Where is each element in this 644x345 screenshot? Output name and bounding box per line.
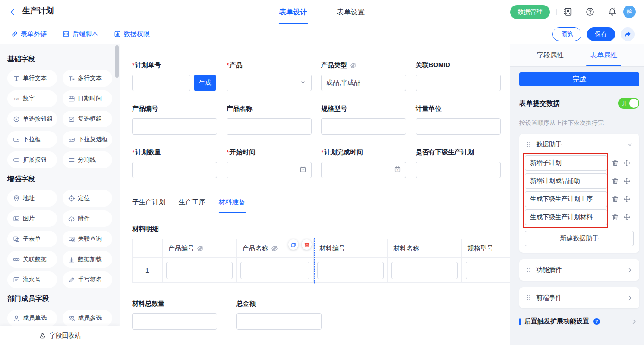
field-date-input[interactable]: 7 — [321, 162, 406, 178]
header-tab-0[interactable]: 表单设计 — [279, 0, 307, 24]
data-assistant-item-button[interactable]: 生成下级生产计划材料 — [525, 209, 607, 225]
field-select[interactable] — [227, 75, 312, 91]
form-field-2[interactable]: 产品类型成品,半成品 — [321, 61, 416, 91]
page-title[interactable]: 生产计划 — [21, 5, 55, 19]
toolbar-link-0[interactable]: 表单外链 — [11, 30, 47, 38]
field-input[interactable] — [416, 162, 501, 178]
drag-handle-icon[interactable] — [525, 141, 532, 148]
field-pill[interactable]: 单选按钮组 — [7, 111, 57, 127]
field-recycle-bin[interactable]: 字段回收站 — [0, 326, 120, 345]
field-input[interactable] — [132, 162, 217, 178]
field-pill[interactable]: 日期时间 — [63, 90, 112, 107]
header-tab-1[interactable]: 表单设置 — [337, 0, 365, 24]
field-input[interactable]: 成品,半成品 — [321, 75, 406, 91]
table-column-header[interactable]: 产品编号 — [163, 239, 237, 258]
properties-tab-0[interactable]: 字段属性 — [537, 44, 564, 66]
field-input[interactable] — [132, 75, 190, 91]
field-pill[interactable]: 子表单 — [7, 231, 57, 247]
field-pill[interactable]: 附件 — [63, 210, 112, 227]
toolbar-link-1[interactable]: 后端脚本 — [63, 30, 98, 38]
subform-tab-0[interactable]: 子生产计划 — [132, 198, 166, 213]
field-pill[interactable]: 图片 — [7, 210, 57, 227]
field-input[interactable] — [416, 118, 501, 135]
trash-icon[interactable] — [612, 177, 619, 185]
copy-column-button[interactable] — [288, 239, 298, 250]
cell-input[interactable] — [240, 262, 309, 279]
form-field-11[interactable]: 是否有下级生产计划 — [416, 148, 510, 178]
form-field-1[interactable]: *产品 — [227, 61, 321, 91]
section-header[interactable]: 前端事件 — [519, 287, 639, 308]
field-pill[interactable]: 下拉框 — [7, 131, 57, 148]
field-pill[interactable]: 关联查询 — [63, 231, 112, 247]
drag-dots-icon[interactable] — [525, 267, 532, 273]
field-pill[interactable]: 数据加载 — [63, 251, 112, 268]
help-icon[interactable] — [586, 7, 594, 16]
data-assistant-item-button[interactable]: 新增子计划 — [525, 155, 607, 171]
chevron-down-icon[interactable] — [626, 141, 633, 148]
data-assistant-item-button[interactable]: 生成下级生产计划工序 — [525, 191, 607, 207]
field-input[interactable] — [132, 313, 217, 330]
field-pill[interactable]: 关联数据 — [7, 251, 57, 268]
chevron-right-icon[interactable] — [631, 318, 638, 325]
properties-tab-1[interactable]: 表单属性 — [590, 44, 617, 66]
trash-icon[interactable] — [612, 159, 619, 167]
field-input[interactable] — [416, 75, 501, 91]
field-pill[interactable]: 单行文本 — [7, 70, 57, 87]
summary-field[interactable]: 总金额 — [236, 300, 331, 330]
save-button[interactable]: 保存 — [587, 27, 615, 41]
table-column-header[interactable]: 材料编号 — [314, 239, 388, 258]
address-book-icon[interactable] — [563, 7, 572, 16]
field-input[interactable] — [132, 118, 217, 135]
field-pill[interactable]: 手写签名 — [63, 271, 112, 288]
notification-bell-icon[interactable] — [608, 7, 617, 16]
field-date-input[interactable]: 7 — [227, 162, 312, 178]
form-field-10[interactable]: *计划完成时间7 — [321, 148, 416, 178]
field-input[interactable] — [236, 313, 322, 330]
trash-icon[interactable] — [612, 213, 619, 221]
data-manage-button[interactable]: 数据管理 — [510, 5, 550, 19]
table-column-header[interactable]: 材料名称 — [388, 239, 462, 258]
field-input[interactable] — [321, 118, 406, 135]
field-pill[interactable]: 多行文本 — [63, 70, 112, 87]
new-data-assistant-button[interactable]: 新建数据助手 — [525, 231, 634, 246]
toolbar-link-2[interactable]: 数据权限 — [114, 30, 150, 38]
delete-column-button[interactable] — [302, 239, 312, 250]
field-input[interactable] — [227, 118, 312, 135]
field-pill[interactable]: 分割线 — [63, 151, 112, 168]
field-pill[interactable]: 123数字 — [7, 90, 57, 107]
chevron-right-icon[interactable] — [626, 267, 633, 274]
field-pill[interactable]: 扩展按钮 — [7, 151, 57, 168]
cell-input[interactable] — [391, 262, 458, 279]
submit-data-toggle[interactable]: 开 — [618, 98, 639, 109]
cell-input[interactable] — [466, 262, 510, 279]
field-pill[interactable]: 定位 — [63, 190, 112, 207]
complete-button[interactable]: 完成 — [519, 72, 639, 86]
form-field-4[interactable]: 产品编号 — [132, 105, 227, 135]
move-icon[interactable] — [623, 159, 631, 167]
form-field-7[interactable]: 计量单位 — [416, 105, 510, 135]
chevron-right-icon[interactable] — [626, 295, 633, 301]
field-pill[interactable]: 成员多选 — [63, 310, 112, 326]
data-assistant-item-button[interactable]: 新增计划成品辅助 — [525, 173, 607, 189]
share-button[interactable] — [621, 27, 635, 41]
move-icon[interactable] — [623, 177, 631, 185]
summary-field[interactable]: 材料总数量 — [132, 300, 227, 330]
post-trigger-row[interactable]: 后置触发扩展功能设置 ? — [519, 317, 639, 326]
field-pill[interactable]: 下拉复选框 — [63, 131, 112, 148]
section-header[interactable]: 功能插件 — [519, 259, 639, 281]
form-field-5[interactable]: 产品名称 — [227, 105, 321, 135]
scrollbar-thumb[interactable] — [115, 45, 119, 78]
question-icon[interactable]: ? — [593, 318, 600, 325]
field-pill[interactable]: 成员单选 — [7, 310, 57, 326]
preview-button[interactable]: 预览 — [552, 27, 581, 41]
user-avatar[interactable]: 检 — [623, 6, 636, 18]
back-icon[interactable] — [8, 8, 17, 16]
field-pill[interactable]: 地址 — [7, 190, 57, 207]
table-column-header[interactable]: 规格型号 — [462, 239, 510, 258]
move-icon[interactable] — [623, 195, 631, 203]
form-field-6[interactable]: 规格型号 — [321, 105, 416, 135]
field-pill[interactable]: 复选框组 — [63, 111, 112, 127]
cell-input[interactable] — [317, 262, 384, 279]
form-field-3[interactable]: 关联BOMID — [416, 61, 510, 91]
form-field-0[interactable]: *计划单号生成 — [132, 61, 227, 91]
